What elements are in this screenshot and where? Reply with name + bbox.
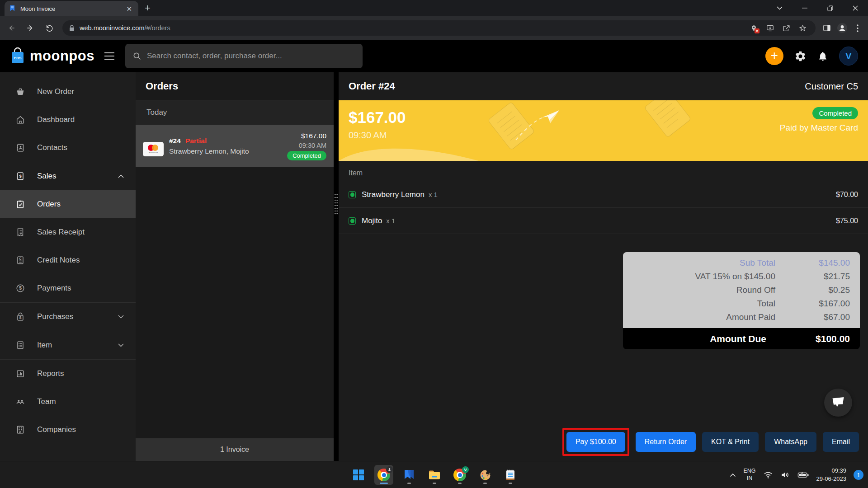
share-icon[interactable] [779,21,793,35]
url-bar[interactable]: web.mooninvoice.com/#/orders x [62,20,816,36]
item-name: Mojito [362,216,382,225]
sidebar-item-label: Payments [37,284,71,293]
start-button[interactable] [349,465,368,485]
volume-icon[interactable] [780,471,790,479]
location-blocked-icon[interactable]: x [747,21,760,35]
tab-title: Moon Invoice [20,5,120,12]
invoice-count-footer: 1 Invoice [136,438,334,461]
sidebar-item-new-order[interactable]: New Order [0,78,136,106]
reload-icon[interactable] [42,20,57,36]
taskbar-paint-icon[interactable] [476,465,495,485]
settings-gear-icon[interactable] [794,50,807,62]
order-time: 09:30 AM [299,142,326,149]
sidebar-item-label: Contacts [37,143,67,152]
kot-print-button[interactable]: KOT & Print [702,432,759,452]
install-app-icon[interactable] [763,21,777,35]
window-controls [767,0,868,16]
svg-text:$: $ [19,286,22,291]
svg-text:POS: POS [14,56,22,60]
svg-text:$: $ [19,174,21,178]
language-indicator[interactable]: ENGIN [743,468,755,482]
chat-support-button[interactable] [824,389,852,417]
order-number: #24 [169,137,181,145]
sidebar-item-purchases[interactable]: $ Purchases [0,303,136,331]
taskbar-moon-invoice-icon[interactable] [400,465,419,485]
order-totals-card: Sub Total$145.00 VAT 15% on $145.00$21.7… [623,252,860,349]
moonpos-logo: POS moonpos [10,47,94,65]
clipboard-check-icon [15,199,25,209]
back-icon[interactable] [4,20,19,36]
svg-text:$: $ [19,316,22,320]
search-input[interactable] [147,52,355,61]
chevron-down-icon [118,343,124,347]
sidebar-item-contacts[interactable]: Contacts [0,134,136,162]
drag-handle-icon[interactable] [334,193,338,215]
notification-count-badge[interactable]: 1 [854,470,863,480]
sidebar-item-team[interactable]: Team [0,388,136,416]
global-search[interactable] [125,44,363,68]
taskbar-chrome-active-icon[interactable] [374,465,393,485]
battery-charging-icon[interactable] [797,471,809,479]
sidebar-item-sales-receipt[interactable]: Sales Receipt [0,218,136,246]
orders-panel-header: Orders [136,72,334,100]
blocked-badge: x [755,28,760,33]
sidebar-item-companies[interactable]: Companies [0,416,136,444]
orders-group-header: Today [136,100,334,125]
taskbar-notepad-icon[interactable] [501,465,520,485]
sidebar-item-label: Companies [37,425,76,434]
sidebar-item-label: Reports [37,369,64,378]
wifi-icon[interactable] [763,471,773,479]
group-label: Today [146,108,167,117]
panel-splitter[interactable] [334,72,339,461]
mastercard-icon: mastercard [143,142,164,156]
sidebar-item-dashboard[interactable]: Dashboard [0,106,136,134]
pos-bag-icon: POS [10,47,25,65]
sidebar-item-label: Sales Receipt [37,228,85,237]
taskbar-file-explorer-icon[interactable] [425,465,444,485]
sidebar-item-orders[interactable]: Orders [0,190,136,218]
pay-button[interactable]: Pay $100.00 [566,432,625,452]
user-avatar[interactable]: V [839,47,858,66]
sidebar-item-credit-notes[interactable]: C Credit Notes [0,246,136,274]
veg-indicator-icon [349,191,356,198]
maximize-button[interactable] [817,0,843,16]
sidebar-item-item[interactable]: Item [0,331,136,359]
sidebar-item-reports[interactable]: Reports [0,360,136,388]
whatsapp-button[interactable]: WhatsApp [765,432,816,452]
add-new-button[interactable]: + [765,47,783,65]
browser-tab[interactable]: Moon Invoice ✕ [5,1,138,16]
hamburger-menu-icon[interactable] [102,50,117,62]
bookmark-star-icon[interactable] [796,21,809,35]
sidebar-item-label: Sales [37,172,57,181]
item-price: $70.00 [836,191,858,199]
taskbar-chrome-profile-v-icon[interactable]: V [450,465,469,485]
sidebar-item-sales[interactable]: $ Sales [0,162,136,190]
tab-close-icon[interactable]: ✕ [124,5,134,13]
sidebar-item-label: Item [37,341,52,350]
order-line-item: Mojito x 1 $75.00 [339,208,868,234]
browser-toolbar: web.mooninvoice.com/#/orders x [0,16,868,40]
sidebar-item-payments[interactable]: $ Payments [0,274,136,302]
sidebar-item-label: Purchases [37,312,73,321]
return-order-button[interactable]: Return Order [636,432,696,452]
side-panel-icon[interactable] [820,21,834,35]
tab-search-chevron-icon[interactable] [767,0,792,16]
sidebar: New Order Dashboard Contacts $ Sales Ord… [0,72,136,461]
browser-menu-kebab-icon[interactable] [851,21,864,35]
close-window-button[interactable] [843,0,868,16]
clock[interactable]: 09:3929-06-2023 [816,467,847,483]
forward-icon[interactable] [23,20,38,36]
card-brand-label: mastercard [149,151,158,154]
notifications-bell-icon[interactable] [817,50,828,62]
email-button[interactable]: Email [823,432,859,452]
tray-chevron-up-icon[interactable] [730,473,736,477]
round-off-row: Round Off$0.25 [623,283,860,297]
banner-status-badge: Completed [812,107,858,119]
browser-profile-icon[interactable] [835,21,849,35]
brand-name: moonpos [30,48,94,64]
order-list-item[interactable]: mastercard #24 Partial Strawberry Lemon,… [136,125,334,167]
new-tab-button[interactable]: + [145,3,151,13]
minimize-button[interactable] [792,0,817,16]
svg-text:C: C [19,257,22,261]
dollar-circle-icon: $ [15,283,25,293]
